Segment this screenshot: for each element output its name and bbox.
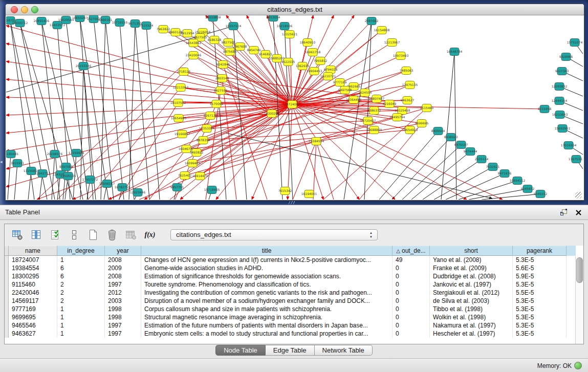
graph-node[interactable]: 16961758 [305,49,321,56]
cell[interactable]: 0 [393,264,430,272]
table-row[interactable]: 911546021997Tourette syndrome. Phenomeno… [5,280,576,289]
graph-node[interactable]: 7615342 [278,187,292,195]
canvas-resize-grip[interactable] [575,192,582,199]
table-row[interactable]: 946554611997Estimation of the future num… [5,321,576,330]
cell[interactable]: de Silva et al. (2003) [430,297,513,305]
scrollbar-thumb[interactable] [576,257,583,283]
cell[interactable]: 5.3E-5 [513,256,567,264]
cell[interactable]: 1 [57,305,105,313]
window-close-button[interactable] [11,6,18,13]
graph-node[interactable]: 3624554 [358,89,372,97]
cell[interactable]: Stergiakouli et al. (2012) [430,289,513,297]
column-header-year[interactable]: year [105,246,141,256]
cell[interactable]: Estimation of significance thresholds fo… [141,272,393,280]
new-table-icon[interactable] [86,228,100,242]
cell[interactable]: Nakamura et al. (1997) [430,321,513,330]
graph-node[interactable]: 7515524 [140,22,154,30]
graph-node[interactable]: 7632621 [486,163,500,171]
column-header-title[interactable]: title [141,246,393,256]
close-panel-icon[interactable] [575,209,582,216]
cell[interactable]: 0 [393,313,430,321]
cell[interactable]: Dudbridge et al. (2008) [430,272,513,280]
window-minimize-button[interactable] [21,6,28,13]
cell[interactable]: 0 [393,280,430,289]
float-panel-icon[interactable] [560,209,568,216]
graph-node[interactable]: 12325621 [282,31,298,38]
cell[interactable]: 2008 [105,272,141,280]
graph-node[interactable]: 9227343 [555,68,569,75]
cell[interactable]: 5.3E-5 [513,313,567,321]
tab-node-table[interactable]: Node Table [215,345,266,356]
graph-node[interactable]: 12213363 [173,84,189,92]
graph-node[interactable]: 20153346 [76,62,92,70]
graph-node[interactable]: 8522035 [281,58,295,66]
tab-edge-table[interactable]: Edge Table [266,345,315,356]
graph-node[interactable]: 18640910 [300,39,316,47]
column-header-in-degree[interactable]: in_degree [57,246,105,256]
graph-node[interactable]: 8215958 [538,105,552,113]
cell[interactable]: 1 [57,313,105,321]
cell[interactable]: Jankovic et al. (1997) [430,280,513,289]
cell[interactable]: Hescheler et al. (1997) [430,330,513,338]
cell[interactable]: Estimation of the future numbers of pati… [141,321,393,330]
graph-node[interactable]: 19654923 [402,126,418,134]
cell[interactable]: 1998 [105,313,141,321]
table-row[interactable]: 1938455462009Genome-wide association stu… [5,264,576,272]
table-row[interactable]: 1872400712008Changes of HCN gene express… [5,256,576,264]
table-row[interactable]: 946362711997Embryonic stem cells: a mode… [5,330,576,338]
graph-node[interactable]: 12923446 [130,189,146,196]
cell[interactable]: 2003 [105,297,141,305]
graph-node[interactable]: 15720407 [360,117,376,125]
cell[interactable]: Tibbo et al. (1998) [430,305,513,313]
graph-node[interactable]: 20891406 [34,17,50,25]
cell[interactable]: 2 [57,289,105,297]
column-header-short[interactable]: short [430,246,513,256]
cell[interactable]: 0 [393,272,430,280]
cell[interactable]: Yano et al. (2008) [430,256,513,264]
graph-node[interactable]: 12975135 [402,81,418,89]
cell[interactable]: Disruption of a novel member of a sodium… [141,297,393,305]
graph-node[interactable]: 8912954 [181,30,194,37]
graph-node[interactable]: 16185081 [6,150,18,158]
graph-node[interactable]: 7386372 [367,107,381,115]
table-settings-icon[interactable] [11,228,24,242]
cell[interactable]: Changes of HCN gene expression and I(f) … [141,256,393,264]
graph-node[interactable]: 3915911 [11,160,25,167]
import-table-icon[interactable] [124,228,138,242]
cell[interactable]: Embryonic stem cells: a model to study s… [141,330,393,338]
graph-node[interactable]: 8186328 [208,36,222,44]
cell[interactable]: 18724007 [9,256,57,264]
cell[interactable]: 2 [57,297,105,305]
graph-node[interactable]: 9397588 [59,163,73,171]
cell[interactable]: Wolkin et al. (1998) [430,313,513,321]
graph-node[interactable]: 10654112 [510,177,526,185]
graph-node[interactable]: 9245652 [521,185,535,193]
cell[interactable]: 1997 [105,280,141,289]
cell[interactable]: 9465546 [9,321,57,330]
graph-node[interactable]: 9463627 [401,97,415,104]
cell[interactable]: 9463627 [9,330,57,338]
cell[interactable]: 1997 [105,321,141,330]
graph-node[interactable]: 9699695 [415,120,429,127]
graph-node[interactable]: 16194001 [301,190,317,198]
graph-node[interactable]: 2587682 [365,17,379,25]
graph-node[interactable]: 18107552 [170,99,186,107]
cell[interactable]: 5.3E-5 [513,330,567,338]
table-row[interactable]: 969969511998Structural magnetic resonanc… [5,313,576,321]
graph-node[interactable]: 17016504 [561,142,577,149]
graph-node[interactable]: 16099489 [185,160,201,167]
table-select[interactable]: citations_edges.txt ▲▼ [170,229,378,240]
cell[interactable]: 18300295 [9,272,57,280]
panel-collapse-arrow[interactable]: ◂ [0,160,3,164]
graph-node[interactable]: 6216049 [383,100,397,108]
cell[interactable]: 0 [393,297,430,305]
table-row[interactable]: 1830029562008Estimation of significance … [5,272,576,280]
graph-node[interactable]: 12213967 [384,39,400,47]
graph-node[interactable]: 10654985 [171,115,187,122]
graph-node[interactable]: 16648784 [447,48,463,56]
cell[interactable]: 1997 [105,330,141,338]
column-header-name[interactable]: name [9,246,57,256]
graph-node[interactable]: 16210643 [552,111,568,119]
graph-node[interactable]: 10719155 [112,19,128,27]
cell[interactable]: Corpus callosum shape and size in male p… [141,305,393,313]
